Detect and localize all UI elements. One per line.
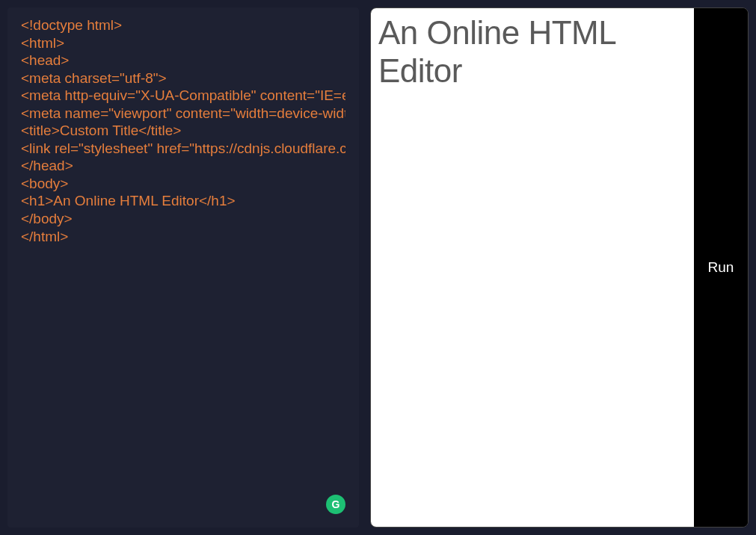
- preview-heading: An Online HTML Editor: [378, 14, 686, 90]
- grammarly-letter: G: [332, 498, 340, 510]
- preview-container: An Online HTML Editor Run: [370, 7, 749, 528]
- grammarly-icon[interactable]: G: [326, 495, 345, 514]
- code-editor-pane: <!doctype html> <html> <head> <meta char…: [7, 7, 359, 528]
- run-button[interactable]: Run: [708, 259, 734, 276]
- preview-pane: An Online HTML Editor: [371, 8, 694, 527]
- code-editor[interactable]: <!doctype html> <html> <head> <meta char…: [21, 16, 345, 519]
- run-panel: Run: [694, 8, 748, 527]
